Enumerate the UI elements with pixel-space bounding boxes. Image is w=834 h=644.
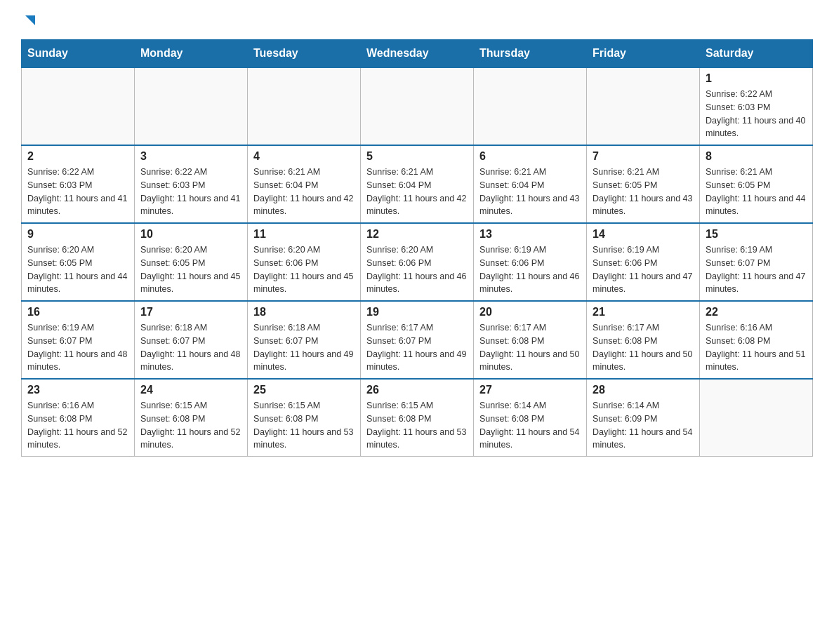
- col-header-friday: Friday: [587, 40, 700, 68]
- day-number: 25: [253, 384, 355, 396]
- day-number: 28: [593, 384, 694, 396]
- day-info: Sunrise: 6:21 AM Sunset: 6:05 PM Dayligh…: [706, 166, 807, 218]
- table-row: 6Sunrise: 6:21 AM Sunset: 6:04 PM Daylig…: [474, 145, 587, 223]
- day-number: 3: [140, 150, 241, 163]
- calendar-week-row: 2Sunrise: 6:22 AM Sunset: 6:03 PM Daylig…: [22, 145, 813, 223]
- day-info: Sunrise: 6:21 AM Sunset: 6:04 PM Dayligh…: [366, 166, 468, 218]
- table-row: 11Sunrise: 6:20 AM Sunset: 6:06 PM Dayli…: [248, 223, 361, 301]
- table-row: [22, 67, 135, 145]
- table-row: 25Sunrise: 6:15 AM Sunset: 6:08 PM Dayli…: [248, 379, 361, 457]
- col-header-saturday: Saturday: [700, 40, 813, 68]
- col-header-tuesday: Tuesday: [248, 40, 361, 68]
- table-row: 24Sunrise: 6:15 AM Sunset: 6:08 PM Dayli…: [135, 379, 248, 457]
- table-row: [135, 67, 248, 145]
- table-row: [587, 67, 700, 145]
- col-header-sunday: Sunday: [22, 40, 135, 68]
- table-row: 14Sunrise: 6:19 AM Sunset: 6:06 PM Dayli…: [587, 223, 700, 301]
- day-info: Sunrise: 6:22 AM Sunset: 6:03 PM Dayligh…: [140, 166, 241, 218]
- day-info: Sunrise: 6:15 AM Sunset: 6:08 PM Dayligh…: [366, 399, 468, 452]
- day-number: 4: [253, 150, 355, 163]
- table-row: 9Sunrise: 6:20 AM Sunset: 6:05 PM Daylig…: [22, 223, 135, 301]
- table-row: 22Sunrise: 6:16 AM Sunset: 6:08 PM Dayli…: [700, 301, 813, 379]
- table-row: 20Sunrise: 6:17 AM Sunset: 6:08 PM Dayli…: [474, 301, 587, 379]
- logo-arrow-icon: [22, 13, 38, 31]
- day-info: Sunrise: 6:14 AM Sunset: 6:08 PM Dayligh…: [479, 399, 581, 452]
- calendar-header-row: Sunday Monday Tuesday Wednesday Thursday…: [22, 40, 813, 68]
- day-number: 20: [479, 306, 581, 318]
- table-row: [248, 67, 361, 145]
- day-number: 23: [27, 384, 128, 396]
- day-number: 15: [706, 228, 807, 241]
- table-row: 28Sunrise: 6:14 AM Sunset: 6:09 PM Dayli…: [587, 379, 700, 457]
- table-row: 26Sunrise: 6:15 AM Sunset: 6:08 PM Dayli…: [361, 379, 474, 457]
- day-info: Sunrise: 6:20 AM Sunset: 6:06 PM Dayligh…: [366, 243, 468, 296]
- table-row: 3Sunrise: 6:22 AM Sunset: 6:03 PM Daylig…: [135, 145, 248, 223]
- table-row: [700, 379, 813, 457]
- page-header: [21, 14, 813, 32]
- table-row: 12Sunrise: 6:20 AM Sunset: 6:06 PM Dayli…: [361, 223, 474, 301]
- day-number: 14: [593, 228, 694, 241]
- table-row: 21Sunrise: 6:17 AM Sunset: 6:08 PM Dayli…: [587, 301, 700, 379]
- day-info: Sunrise: 6:17 AM Sunset: 6:08 PM Dayligh…: [479, 321, 581, 374]
- table-row: 8Sunrise: 6:21 AM Sunset: 6:05 PM Daylig…: [700, 145, 813, 223]
- table-row: 18Sunrise: 6:18 AM Sunset: 6:07 PM Dayli…: [248, 301, 361, 379]
- day-number: 5: [366, 150, 468, 163]
- day-number: 9: [27, 228, 128, 241]
- table-row: 7Sunrise: 6:21 AM Sunset: 6:05 PM Daylig…: [587, 145, 700, 223]
- day-number: 22: [706, 306, 807, 318]
- day-info: Sunrise: 6:20 AM Sunset: 6:06 PM Dayligh…: [253, 243, 355, 296]
- day-number: 8: [706, 150, 807, 163]
- day-number: 2: [27, 150, 128, 163]
- table-row: 15Sunrise: 6:19 AM Sunset: 6:07 PM Dayli…: [700, 223, 813, 301]
- day-info: Sunrise: 6:20 AM Sunset: 6:05 PM Dayligh…: [140, 243, 241, 296]
- col-header-monday: Monday: [135, 40, 248, 68]
- table-row: 5Sunrise: 6:21 AM Sunset: 6:04 PM Daylig…: [361, 145, 474, 223]
- day-info: Sunrise: 6:15 AM Sunset: 6:08 PM Dayligh…: [253, 399, 355, 452]
- col-header-wednesday: Wednesday: [361, 40, 474, 68]
- day-info: Sunrise: 6:14 AM Sunset: 6:09 PM Dayligh…: [593, 399, 694, 452]
- day-info: Sunrise: 6:21 AM Sunset: 6:04 PM Dayligh…: [479, 166, 581, 218]
- day-number: 10: [140, 228, 241, 241]
- day-info: Sunrise: 6:18 AM Sunset: 6:07 PM Dayligh…: [140, 321, 241, 374]
- table-row: [474, 67, 587, 145]
- day-number: 26: [366, 384, 468, 396]
- day-number: 21: [593, 306, 694, 318]
- table-row: 4Sunrise: 6:21 AM Sunset: 6:04 PM Daylig…: [248, 145, 361, 223]
- table-row: 19Sunrise: 6:17 AM Sunset: 6:07 PM Dayli…: [361, 301, 474, 379]
- day-number: 1: [706, 72, 807, 85]
- day-info: Sunrise: 6:19 AM Sunset: 6:07 PM Dayligh…: [706, 243, 807, 296]
- table-row: 13Sunrise: 6:19 AM Sunset: 6:06 PM Dayli…: [474, 223, 587, 301]
- table-row: 10Sunrise: 6:20 AM Sunset: 6:05 PM Dayli…: [135, 223, 248, 301]
- day-number: 11: [253, 228, 355, 241]
- day-number: 13: [479, 228, 581, 241]
- calendar-week-row: 23Sunrise: 6:16 AM Sunset: 6:08 PM Dayli…: [22, 379, 813, 457]
- day-info: Sunrise: 6:15 AM Sunset: 6:08 PM Dayligh…: [140, 399, 241, 452]
- day-number: 19: [366, 306, 468, 318]
- table-row: 2Sunrise: 6:22 AM Sunset: 6:03 PM Daylig…: [22, 145, 135, 223]
- day-info: Sunrise: 6:16 AM Sunset: 6:08 PM Dayligh…: [706, 321, 807, 374]
- day-info: Sunrise: 6:21 AM Sunset: 6:05 PM Dayligh…: [593, 166, 694, 218]
- day-info: Sunrise: 6:17 AM Sunset: 6:08 PM Dayligh…: [593, 321, 694, 374]
- day-info: Sunrise: 6:21 AM Sunset: 6:04 PM Dayligh…: [253, 166, 355, 218]
- day-number: 27: [479, 384, 581, 396]
- table-row: [361, 67, 474, 145]
- day-info: Sunrise: 6:22 AM Sunset: 6:03 PM Dayligh…: [27, 166, 128, 218]
- day-info: Sunrise: 6:22 AM Sunset: 6:03 PM Dayligh…: [706, 88, 807, 140]
- day-info: Sunrise: 6:19 AM Sunset: 6:06 PM Dayligh…: [593, 243, 694, 296]
- col-header-thursday: Thursday: [474, 40, 587, 68]
- day-number: 12: [366, 228, 468, 241]
- day-info: Sunrise: 6:16 AM Sunset: 6:08 PM Dayligh…: [27, 399, 128, 452]
- table-row: 16Sunrise: 6:19 AM Sunset: 6:07 PM Dayli…: [22, 301, 135, 379]
- day-info: Sunrise: 6:17 AM Sunset: 6:07 PM Dayligh…: [366, 321, 468, 374]
- day-info: Sunrise: 6:18 AM Sunset: 6:07 PM Dayligh…: [253, 321, 355, 374]
- day-number: 6: [479, 150, 581, 163]
- table-row: 27Sunrise: 6:14 AM Sunset: 6:08 PM Dayli…: [474, 379, 587, 457]
- day-number: 17: [140, 306, 241, 318]
- table-row: 1Sunrise: 6:22 AM Sunset: 6:03 PM Daylig…: [700, 67, 813, 145]
- calendar-table: Sunday Monday Tuesday Wednesday Thursday…: [21, 39, 813, 457]
- logo: [21, 14, 38, 32]
- day-info: Sunrise: 6:20 AM Sunset: 6:05 PM Dayligh…: [27, 243, 128, 296]
- day-number: 16: [27, 306, 128, 318]
- day-info: Sunrise: 6:19 AM Sunset: 6:07 PM Dayligh…: [27, 321, 128, 374]
- day-info: Sunrise: 6:19 AM Sunset: 6:06 PM Dayligh…: [479, 243, 581, 296]
